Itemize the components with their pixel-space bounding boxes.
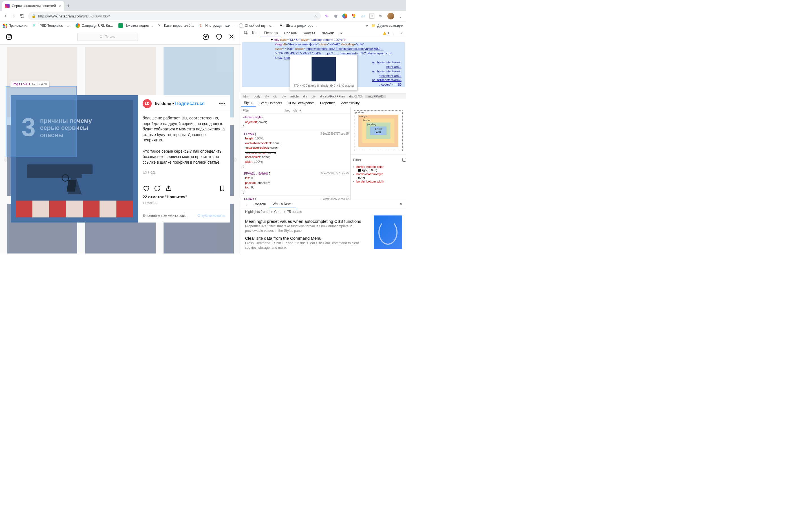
search-input[interactable]: Поиск <box>77 33 138 41</box>
accessibility-tab[interactable]: Accessibility <box>338 100 362 107</box>
svg-point-2 <box>10 35 11 36</box>
styles-tab[interactable]: Styles <box>241 99 256 107</box>
tab-strip: Сервис аналитики соцсетей × + <box>0 0 406 11</box>
post-caption: больше не работает. Вы, соответственно, … <box>138 112 230 182</box>
back-button[interactable] <box>3 13 8 18</box>
styles-filter-input[interactable] <box>243 109 282 112</box>
browser-tab[interactable]: Сервис аналитики соцсетей × <box>2 1 64 11</box>
svg-point-1 <box>8 36 10 38</box>
heart-icon[interactable] <box>215 34 222 40</box>
likes-count[interactable]: 22 отметок "Нравится" <box>138 194 230 202</box>
new-tab-button[interactable]: + <box>64 1 73 11</box>
more-tabs[interactable]: » <box>337 30 345 37</box>
device-toggle-icon[interactable] <box>250 30 257 37</box>
devtools-drawer: ⋮ Console What's New × × Highlights from… <box>241 200 406 253</box>
inspect-tooltip: img.FFVAD 470 × 470 <box>10 81 49 87</box>
search-icon <box>100 35 103 39</box>
profile-avatar[interactable] <box>388 13 394 19</box>
ext-icon-5[interactable]: 📨 <box>360 13 365 18</box>
author-avatar[interactable]: LD <box>143 99 152 108</box>
inspect-element-icon[interactable] <box>242 30 250 37</box>
release-note-heading[interactable]: Clear site data from the Command Menu <box>245 236 369 240</box>
cls-toggle[interactable]: .cls <box>293 109 297 112</box>
devtools-menu-icon[interactable]: ⋮ <box>390 31 398 35</box>
forward-button[interactable] <box>11 13 16 18</box>
bookmark-item[interactable]: Чек-лист подгот… <box>118 23 153 28</box>
ext-icon-2[interactable]: ⬟ <box>333 13 338 18</box>
drawer-menu-icon[interactable]: ⋮ <box>243 202 250 206</box>
page-content: Поиск ✕ LIVEDUNE LIVEDUNE LIVEDUNE самос… <box>0 29 241 253</box>
drawer-whatsnew-tab[interactable]: What's New × <box>270 200 296 208</box>
dom-breadcrumb[interactable]: html body div div div article div div di… <box>241 94 406 99</box>
svg-rect-8 <box>67 180 77 192</box>
image-preview-thumb <box>312 57 336 81</box>
explore-icon[interactable] <box>202 34 209 40</box>
ext-icon-7[interactable]: 👁 <box>378 13 384 18</box>
menu-icon[interactable]: ⋮ <box>398 13 403 18</box>
apps-button[interactable]: Приложения <box>3 24 28 27</box>
svg-point-3 <box>100 36 102 38</box>
hov-toggle[interactable]: :hov <box>285 109 290 112</box>
styles-tabs: Styles Event Listeners DOM Breakpoints P… <box>241 99 406 107</box>
comment-icon[interactable] <box>154 185 161 192</box>
computed-pane: position margin border padding 470 × 470 <box>351 107 406 200</box>
close-icon[interactable]: × <box>292 202 294 206</box>
ext-icon-3[interactable] <box>342 13 347 18</box>
dom-tree[interactable]: ▼<div class="KL4Bh" style="padding-botto… <box>241 37 406 94</box>
network-tab[interactable]: Network <box>319 30 337 37</box>
address-bar[interactable]: 🔒 https://www.instagram.com/p/Bu-3KuwF0k… <box>28 12 321 20</box>
bookmarks-bar: Приложения FPSD Templates —… Campaign UR… <box>0 21 406 29</box>
properties-tab[interactable]: Properties <box>317 100 338 107</box>
box-model[interactable]: position margin border padding 470 × 470 <box>351 107 406 154</box>
drawer-close-icon[interactable]: × <box>398 202 404 206</box>
bookmark-item[interactable]: ✕Как я перестал б… <box>158 23 194 28</box>
image-hover-tooltip: 470 × 470 pixels (intrinsic: 640 × 640 p… <box>290 55 357 91</box>
drawer-console-tab[interactable]: Console <box>251 201 269 208</box>
release-note-heading[interactable]: Meaningful preset values when autocomple… <box>245 219 369 224</box>
publish-button[interactable]: Опубликовать <box>197 213 225 218</box>
other-bookmarks[interactable]: 📁Другие закладки <box>371 24 403 27</box>
ext-icon-4[interactable]: 💡2 <box>351 13 356 18</box>
close-tab-icon[interactable]: × <box>59 4 61 8</box>
bookmark-item[interactable]: FPSD Templates —… <box>33 23 70 28</box>
bookmark-item[interactable]: Check out my mo… <box>239 23 274 28</box>
computed-filter-input[interactable] <box>353 158 401 162</box>
bookmark-item[interactable]: Campaign URL Bu… <box>75 23 113 28</box>
like-icon[interactable] <box>143 185 149 192</box>
folder-icon: 📁 <box>371 24 375 27</box>
bookmarks-overflow[interactable]: » <box>366 24 368 27</box>
styles-pane[interactable]: :hov .cls + element.style { object-fit: … <box>241 107 351 200</box>
star-icon[interactable]: ☆ <box>314 14 317 18</box>
next-arrow[interactable]: › <box>230 154 241 164</box>
devtools-panel: Elements Console Sources Network » 1 ⋮ ×… <box>241 29 406 253</box>
ext-icon-6[interactable]: 10 <box>369 13 374 18</box>
close-modal-icon[interactable]: ✕ <box>229 34 235 40</box>
browser-toolbar: 🔒 https://www.instagram.com/p/Bu-3KuwF0k… <box>0 11 406 21</box>
comment-input[interactable] <box>143 213 197 218</box>
browser-chrome: Сервис аналитики соцсетей × + 🔒 https://… <box>0 0 406 29</box>
follow-button[interactable]: Подписаться <box>175 101 205 106</box>
console-tab[interactable]: Console <box>282 30 299 37</box>
sources-tab[interactable]: Sources <box>300 30 318 37</box>
warnings-badge[interactable]: 1 <box>383 31 389 35</box>
author-username[interactable]: livedune <box>155 101 171 106</box>
ext-icon-1[interactable]: ✎ <box>324 13 329 18</box>
show-all-checkbox[interactable] <box>402 158 406 162</box>
instagram-navbar: Поиск ✕ <box>0 29 241 45</box>
add-rule-icon[interactable]: + <box>299 109 301 112</box>
devtools-toolbar: Elements Console Sources Network » 1 ⋮ × <box>241 29 406 37</box>
instagram-favicon <box>5 4 10 8</box>
post-header: LD livedune • Подписаться ••• <box>138 95 230 112</box>
bookmark-item[interactable]: 文Инструкция: как… <box>199 23 234 28</box>
devtools-close-icon[interactable]: × <box>398 31 405 35</box>
bookmark-item[interactable]: ✱Школа редакторо… <box>280 23 317 28</box>
elements-tab[interactable]: Elements <box>261 29 281 37</box>
more-options-icon[interactable]: ••• <box>219 101 225 106</box>
dom-breakpoints-tab[interactable]: DOM Breakpoints <box>285 100 317 107</box>
toolbar-extensions: ✎ ⬟ 💡2 📨 10 👁 ⋮ <box>324 13 403 19</box>
reload-button[interactable] <box>20 13 25 18</box>
share-icon[interactable] <box>165 185 172 192</box>
event-listeners-tab[interactable]: Event Listeners <box>256 100 285 107</box>
instagram-logo-icon[interactable] <box>6 34 12 40</box>
save-icon[interactable] <box>219 185 225 192</box>
